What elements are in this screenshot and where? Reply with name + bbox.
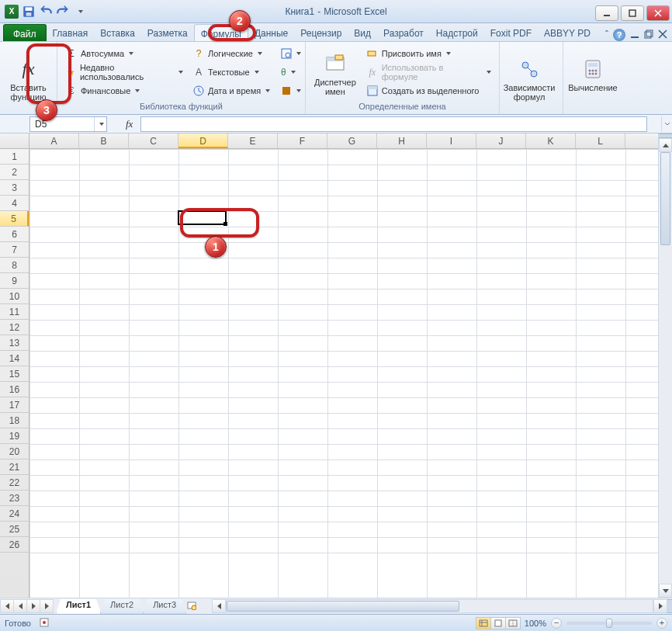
formula-input[interactable] [140, 116, 647, 132]
tab-foxit[interactable]: Foxit PDF [484, 24, 538, 41]
scroll-down-button[interactable] [659, 584, 672, 598]
row-header[interactable]: 16 [0, 382, 29, 397]
formula-auditing-button[interactable]: Зависимостиформул [504, 45, 554, 113]
logical-button[interactable]: ?Логические [189, 45, 275, 62]
recent-button[interactable]: ★Недавно использовались [62, 64, 186, 81]
tab-abbyy[interactable]: ABBYY PD [538, 24, 597, 41]
scroll-right-button[interactable] [653, 599, 667, 613]
row-header[interactable]: 8 [0, 258, 29, 273]
zoom-level[interactable]: 100% [525, 619, 546, 628]
tab-home[interactable]: Главная [47, 24, 95, 41]
tab-developer[interactable]: Разработ [377, 24, 430, 41]
help-icon[interactable]: ? [613, 29, 625, 41]
tab-insert[interactable]: Вставка [94, 24, 141, 41]
sheet-nav-first[interactable] [0, 599, 14, 613]
view-page-layout-button[interactable] [490, 617, 506, 629]
row-header[interactable]: 2 [0, 165, 29, 180]
vertical-scrollbar[interactable] [658, 133, 672, 598]
column-header[interactable]: G [327, 133, 377, 148]
mdi-restore-button[interactable] [644, 29, 653, 41]
row-header[interactable]: 7 [0, 242, 29, 258]
column-header[interactable]: B [79, 133, 129, 148]
expand-formula-bar-button[interactable] [661, 116, 672, 132]
row-header[interactable]: 10 [0, 289, 29, 304]
column-header[interactable]: E [228, 133, 278, 148]
tab-layout[interactable]: Разметка [141, 24, 194, 41]
sheet-tab[interactable]: Лист1 [56, 599, 101, 614]
sheet-tab[interactable]: Лист3 [143, 599, 186, 614]
tab-view[interactable]: Вид [348, 24, 377, 41]
row-header[interactable]: 3 [0, 180, 29, 196]
row-header[interactable]: 9 [0, 273, 29, 289]
h-scroll-track[interactable] [226, 599, 653, 613]
row-header[interactable]: 12 [0, 320, 29, 335]
row-header[interactable]: 5 [0, 211, 29, 227]
scroll-up-button[interactable] [659, 138, 672, 152]
select-all-corner[interactable] [0, 133, 29, 149]
column-header[interactable]: L [576, 133, 625, 148]
row-header[interactable]: 6 [0, 227, 29, 242]
row-header[interactable]: 22 [0, 475, 29, 491]
column-header[interactable]: I [427, 133, 476, 148]
sheet-tab[interactable]: Лист2 [100, 599, 144, 614]
lookup-button[interactable] [278, 45, 296, 62]
row-header[interactable]: 14 [0, 351, 29, 366]
row-header[interactable]: 1 [0, 149, 29, 165]
row-header[interactable]: 26 [0, 537, 29, 553]
math-button[interactable]: θ [278, 64, 296, 81]
column-header[interactable]: F [278, 133, 327, 148]
tab-data[interactable]: Данные [248, 24, 294, 41]
row-header[interactable]: 4 [0, 196, 29, 211]
datetime-button[interactable]: Дата и время [189, 82, 275, 99]
row-header[interactable]: 19 [0, 428, 29, 444]
assign-name-button[interactable]: Присвоить имя [363, 45, 494, 62]
row-header[interactable]: 23 [0, 491, 29, 506]
sheet-nav-last[interactable] [40, 599, 54, 613]
autosum-button[interactable]: ΣАвтосумма [62, 45, 186, 62]
fx-button[interactable]: fx [126, 118, 133, 130]
zoom-in-button[interactable]: + [656, 618, 667, 629]
mdi-minimize-button[interactable] [630, 29, 639, 41]
new-sheet-button[interactable] [187, 601, 196, 612]
zoom-out-button[interactable]: − [551, 618, 562, 629]
column-header[interactable]: A [29, 133, 79, 148]
fill-handle[interactable] [223, 222, 227, 226]
excel-icon[interactable]: X [5, 5, 19, 19]
close-button[interactable] [646, 5, 670, 21]
financial-button[interactable]: €Финансовые [62, 82, 186, 99]
file-tab[interactable]: Файл [3, 24, 47, 41]
row-header[interactable]: 21 [0, 459, 29, 475]
row-header[interactable]: 15 [0, 366, 29, 382]
text-button[interactable]: AТекстовые [189, 64, 275, 81]
zoom-slider[interactable] [566, 622, 652, 625]
macro-record-icon[interactable] [39, 617, 50, 629]
column-header[interactable]: K [526, 133, 576, 148]
scroll-left-button[interactable] [212, 599, 226, 613]
row-header[interactable]: 13 [0, 335, 29, 351]
row-header[interactable]: 20 [0, 444, 29, 459]
more-functions-button[interactable] [278, 82, 296, 99]
row-header[interactable]: 25 [0, 522, 29, 537]
mdi-close-button[interactable] [658, 29, 667, 41]
zoom-thumb[interactable] [606, 619, 612, 628]
cells-area[interactable] [29, 149, 658, 598]
minimize-button[interactable] [595, 5, 618, 21]
h-scroll-thumb[interactable] [227, 601, 459, 612]
tab-review[interactable]: Рецензир [294, 24, 348, 41]
row-header[interactable]: 18 [0, 413, 29, 428]
column-header[interactable]: C [129, 133, 178, 148]
sheet-nav-next[interactable] [26, 599, 40, 613]
column-header[interactable]: H [377, 133, 427, 148]
row-header[interactable]: 11 [0, 304, 29, 320]
minimize-ribbon-icon[interactable]: ˆ [605, 29, 608, 40]
create-from-selection-button[interactable]: Создать из выделенного [363, 82, 494, 99]
calculation-button[interactable]: Вычисление [568, 45, 618, 113]
column-header[interactable]: D [178, 133, 228, 148]
h-splitter[interactable] [667, 599, 672, 613]
name-manager-button[interactable]: Диспетчеримен [310, 45, 360, 102]
qat-customize-icon[interactable] [73, 5, 87, 19]
sheet-nav-prev[interactable] [13, 599, 27, 613]
save-icon[interactable] [22, 5, 36, 19]
view-page-break-button[interactable] [505, 617, 521, 629]
view-normal-button[interactable] [476, 617, 491, 629]
